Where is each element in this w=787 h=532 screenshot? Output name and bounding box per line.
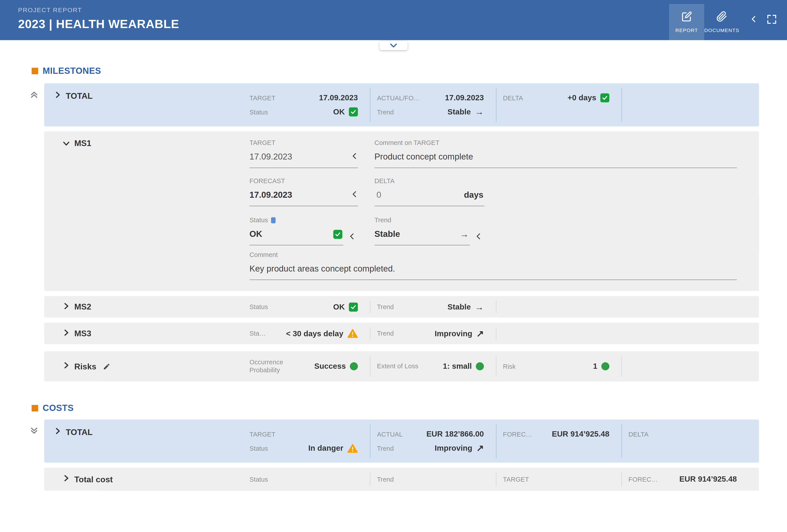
ms1-comment-field[interactable]: Comment Key product areas concept comple… (250, 250, 737, 280)
costs-title-text: COSTS (43, 403, 73, 414)
row-label: Total cost (74, 474, 113, 484)
field-value: Stable (375, 229, 400, 239)
actual-label: ACTUAL/FO… (377, 94, 420, 102)
row-label: Risks (74, 361, 97, 371)
status-ok-icon (333, 230, 342, 239)
milestones-section-title: MILESTONES (31, 66, 101, 76)
ms1-status-field[interactable]: Status OK (250, 216, 343, 245)
forecast-value: EUR 914’925.48 (552, 429, 609, 439)
chevron-down-icon (389, 41, 397, 50)
ms1-expander[interactable]: MS1 (63, 138, 91, 148)
milestones-total-delta-col: DELTA +0 days (496, 83, 621, 126)
collapse-all-milestones-button[interactable] (30, 91, 38, 98)
status-value: In danger (308, 444, 343, 453)
chevron-left-icon (749, 14, 759, 26)
field-label: DELTA (375, 177, 484, 185)
field-label: Trend (375, 216, 470, 224)
chevron-down-icon (63, 139, 70, 148)
ms2-expander[interactable]: MS2 (44, 296, 250, 318)
extent-of-loss-label: Extent of Loss (377, 362, 418, 371)
costs-total-row[interactable]: TOTAL TARGET Status In danger ACTUAL EUR… (44, 420, 759, 463)
expand-all-costs-button[interactable] (30, 427, 38, 435)
milestones-total-actual-col: ACTUAL/FO… 17.09.2023 Trend Stable → (370, 83, 496, 126)
row-label: TOTAL (66, 427, 92, 437)
field-label: Comment on TARGET (375, 138, 737, 147)
target-label: TARGET (250, 94, 276, 102)
warning-icon (347, 329, 358, 338)
trend-value: Stable (448, 302, 471, 311)
field-value: Key product areas concept completed. (250, 264, 395, 274)
trend-stable-icon: → (460, 230, 469, 239)
delta-ok-icon (600, 93, 609, 102)
section-bullet-icon (31, 68, 38, 74)
trend-label: Trend (377, 475, 394, 483)
status-value: OK (333, 302, 345, 311)
milestones-total-row[interactable]: TOTAL TARGET 17.09.2023 Status OK ACTUAL… (44, 83, 759, 126)
ms1-target-field[interactable]: TARGET 17.09.2023 (250, 138, 358, 168)
chevron-right-icon (64, 475, 69, 484)
risks-expander[interactable]: Risks (44, 351, 250, 381)
ms3-expander[interactable]: MS3 (44, 323, 250, 344)
ms1-trend-field[interactable]: Trend Stable → (375, 216, 470, 245)
actual-label: ACTUAL (377, 430, 403, 438)
chevron-right-icon (55, 91, 60, 100)
milestones-total-expander[interactable]: TOTAL (44, 83, 250, 126)
status-value: OK (333, 107, 345, 116)
milestones-total-target-col: TARGET 17.09.2023 Status OK (250, 83, 370, 126)
fullscreen-icon (766, 14, 777, 26)
trend-value: Improving (435, 329, 472, 338)
field-value: Product concept complete (375, 152, 473, 162)
history-chevron-icon[interactable] (352, 152, 357, 162)
field-value: 0 (375, 190, 381, 200)
forecast-value: EUR 914’925.48 (679, 475, 737, 484)
tab-report[interactable]: REPORT (669, 4, 704, 40)
collapse-report-tab[interactable] (380, 41, 407, 50)
total-cost-expander[interactable]: Total cost (44, 468, 250, 491)
field-label: Status (250, 216, 268, 224)
risk-green-dot-icon (350, 362, 358, 370)
trend-label: Trend (377, 444, 394, 452)
paperclip-icon (716, 11, 727, 24)
history-chevron-icon[interactable] (352, 190, 357, 200)
fullscreen-button[interactable] (766, 14, 777, 26)
page-title: 2023 | HEALTH WEARABLE (18, 17, 179, 31)
trend-stable-icon: → (475, 302, 484, 311)
ms2-row[interactable]: MS2 Status OK Trend Stable → (44, 296, 759, 318)
total-cost-row[interactable]: Total cost Status Trend TARGET FOREC… EU… (44, 468, 759, 491)
costs-total-expander[interactable]: TOTAL (44, 420, 250, 463)
status-ok-icon (349, 302, 358, 311)
row-label: MS2 (74, 302, 91, 311)
ms3-row[interactable]: MS3 Sta… < 30 days delay Trend Improving… (44, 323, 759, 344)
field-unit: days (464, 190, 483, 200)
field-value: OK (250, 229, 262, 239)
status-label: Status (250, 444, 268, 452)
ms1-comment-on-target-field[interactable]: Comment on TARGET Product concept comple… (375, 138, 737, 168)
ms1-forecast-field[interactable]: FORECAST 17.09.2023 (250, 177, 358, 206)
trend-label: Trend (377, 330, 394, 337)
risks-row[interactable]: Risks Occurrence Probability Success Ext… (44, 351, 759, 381)
risk-label: Risk (503, 362, 516, 370)
field-label: TARGET (250, 138, 358, 147)
edit-pencil-icon[interactable] (103, 362, 110, 370)
occurrence-value: Success (314, 362, 346, 371)
trend-improving-icon: ↗ (476, 444, 484, 453)
milestones-total-empty-col (621, 83, 759, 126)
ms1-delta-field: DELTA 0 days (375, 177, 484, 206)
field-label: FORECAST (250, 177, 358, 185)
history-chevron-icon[interactable] (349, 233, 355, 240)
trend-value: Improving (435, 444, 472, 453)
history-chevron-icon[interactable] (476, 233, 481, 240)
field-value: 17.09.2023 (250, 152, 292, 162)
chevron-right-icon (64, 302, 69, 311)
tab-documents[interactable]: DOCUMENTS (704, 4, 739, 40)
costs-section-title: COSTS (31, 403, 73, 414)
actual-value: 17.09.2023 (445, 93, 484, 102)
status-label: Status (250, 303, 268, 311)
tab-report-label: REPORT (675, 28, 698, 33)
ms1-row-expanded: MS1 TARGET 17.09.2023 Comment on TARGET … (44, 131, 759, 291)
status-label: Sta… (250, 330, 266, 337)
trend-value: Stable (448, 107, 471, 116)
collapse-panel-button[interactable] (749, 14, 759, 26)
status-calculated-icon (271, 217, 275, 223)
row-label: MS3 (74, 329, 91, 338)
